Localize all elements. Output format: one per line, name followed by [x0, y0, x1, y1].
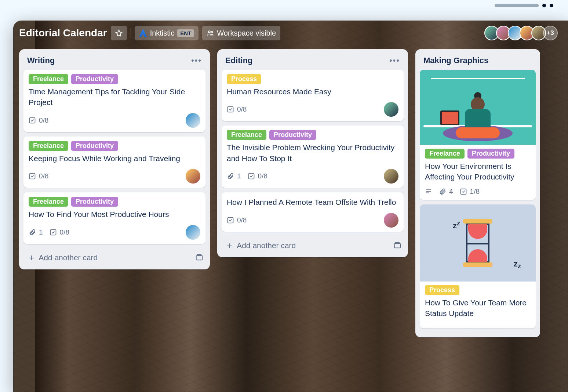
description-badge: [425, 188, 432, 195]
label-process[interactable]: Process: [227, 74, 261, 84]
attachment-icon: [439, 188, 446, 195]
checklist-count: 0/8: [258, 172, 267, 180]
checklist-count: 0/8: [60, 228, 69, 236]
svg-rect-6: [197, 255, 201, 256]
label-freelance[interactable]: Freelance: [29, 74, 68, 84]
checklist-icon: [227, 106, 234, 113]
card-title: Time Management Tips for Tackling Your S…: [29, 86, 200, 108]
svg-rect-11: [396, 243, 400, 244]
card[interactable]: Freelance Productivity How Your Environm…: [420, 70, 536, 200]
plus-icon: +: [224, 240, 235, 251]
card[interactable]: Freelance Productivity How To Find Your …: [23, 192, 205, 244]
workspace-button[interactable]: Inktistic ENT: [135, 26, 199, 40]
attachment-icon: [227, 173, 234, 180]
label-freelance[interactable]: Freelance: [29, 197, 68, 207]
card-title: Keeping Focus While Working and Travelin…: [29, 153, 200, 164]
card-template-icon[interactable]: [195, 254, 203, 262]
attachment-count: 1: [237, 172, 241, 180]
visibility-label: Workspace visible: [217, 29, 276, 37]
header-divider: [131, 28, 131, 38]
checklist-badge: 0/8: [50, 228, 69, 236]
label-process[interactable]: Process: [425, 285, 459, 295]
checklist-badge: 0/8: [29, 172, 48, 180]
add-card-button[interactable]: + Add another card: [222, 236, 404, 253]
card[interactable]: Freelance Productivity Time Management T…: [23, 70, 205, 132]
card[interactable]: Process Human Resources Made Easy 0/8: [222, 70, 404, 121]
checklist-icon: [227, 217, 234, 224]
zzz-icon: zz: [453, 219, 460, 231]
checklist-icon: [29, 117, 36, 124]
list-menu-button[interactable]: •••: [389, 57, 400, 65]
label-productivity[interactable]: Productivity: [71, 141, 118, 151]
more-members-count[interactable]: +3: [543, 26, 558, 40]
checklist-count: 0/8: [39, 172, 48, 180]
add-card-button[interactable]: + Add another card: [23, 248, 205, 265]
browser-dot: [542, 4, 546, 7]
card-title: Human Resources Made Easy: [227, 86, 398, 97]
checklist-count: 1/8: [470, 188, 480, 196]
visibility-button[interactable]: Workspace visible: [202, 26, 280, 40]
attachment-badge: 1: [29, 228, 43, 236]
card-member-avatar[interactable]: [384, 213, 398, 228]
browser-tab-bar: [495, 4, 539, 7]
svg-rect-2: [30, 117, 35, 123]
list-title[interactable]: Writing: [27, 56, 55, 65]
checklist-badge: 0/8: [227, 105, 247, 113]
svg-rect-5: [196, 256, 203, 260]
svg-rect-15: [460, 189, 466, 194]
checklist-badge: 0/8: [248, 172, 267, 180]
attachment-badge: 1: [227, 172, 241, 180]
list-title[interactable]: Editing: [225, 56, 253, 65]
attachment-badge: 4: [439, 188, 453, 196]
atlassian-icon: [139, 29, 147, 37]
card-title: The Invisible Problem Wrecking Your Prod…: [227, 142, 398, 164]
card-member-avatar[interactable]: [384, 169, 398, 184]
list-editing: Editing ••• Process Human Resources Made…: [217, 49, 408, 257]
svg-rect-10: [394, 244, 401, 248]
label-freelance[interactable]: Freelance: [29, 141, 68, 151]
board-members[interactable]: +3: [487, 26, 558, 40]
workspace-tier-badge: ENT: [177, 29, 194, 37]
label-freelance[interactable]: Freelance: [227, 130, 266, 140]
checklist-count: 0/8: [237, 216, 247, 224]
card-member-avatar[interactable]: [384, 102, 398, 117]
checklist-count: 0/8: [39, 116, 48, 124]
svg-point-1: [211, 31, 212, 33]
card[interactable]: Freelance Productivity The Invisible Pro…: [222, 126, 404, 188]
checklist-icon: [29, 173, 36, 180]
card-member-avatar[interactable]: [186, 113, 200, 128]
checklist-icon: [50, 229, 57, 236]
card[interactable]: Freelance Productivity Keeping Focus Whi…: [23, 137, 205, 188]
label-freelance[interactable]: Freelance: [425, 149, 465, 159]
label-productivity[interactable]: Productivity: [71, 74, 118, 84]
label-productivity[interactable]: Productivity: [467, 149, 514, 159]
checklist-badge: 0/8: [227, 216, 247, 224]
card-member-avatar[interactable]: [186, 169, 200, 184]
label-productivity[interactable]: Productivity: [269, 130, 316, 140]
board-canvas[interactable]: Writing ••• Freelance Productivity Time …: [13, 46, 568, 337]
board-title[interactable]: Editorial Calendar: [19, 27, 107, 39]
workspace-name: Inktistic: [150, 29, 175, 37]
card[interactable]: How I Planned A Remote Team Offsite With…: [222, 192, 404, 232]
people-icon: [207, 29, 214, 37]
star-button[interactable]: [111, 26, 127, 40]
label-productivity[interactable]: Productivity: [71, 197, 118, 207]
svg-rect-7: [228, 107, 233, 112]
card-cover-hourglass: zz zz: [420, 204, 536, 282]
card-cover-meditation: [420, 70, 536, 145]
list-making-graphics: Making Graphics Freelance Productivity H…: [415, 49, 540, 337]
description-icon: [425, 188, 432, 195]
card[interactable]: zz zz Process How To Give Your Team More…: [420, 204, 536, 329]
svg-rect-8: [248, 174, 254, 179]
board-window: Editorial Calendar Inktistic ENT Workspa…: [13, 21, 568, 392]
list-title[interactable]: Making Graphics: [423, 56, 488, 65]
list-writing: Writing ••• Freelance Productivity Time …: [19, 49, 210, 269]
card-title: How Your Environment Is Affecting Your P…: [425, 161, 531, 182]
list-menu-button[interactable]: •••: [191, 57, 202, 65]
attachment-count: 1: [39, 228, 43, 236]
svg-rect-3: [30, 174, 35, 179]
card-member-avatar[interactable]: [186, 225, 200, 240]
svg-rect-4: [50, 229, 56, 235]
browser-dot: [550, 4, 553, 7]
card-template-icon[interactable]: [393, 242, 401, 250]
